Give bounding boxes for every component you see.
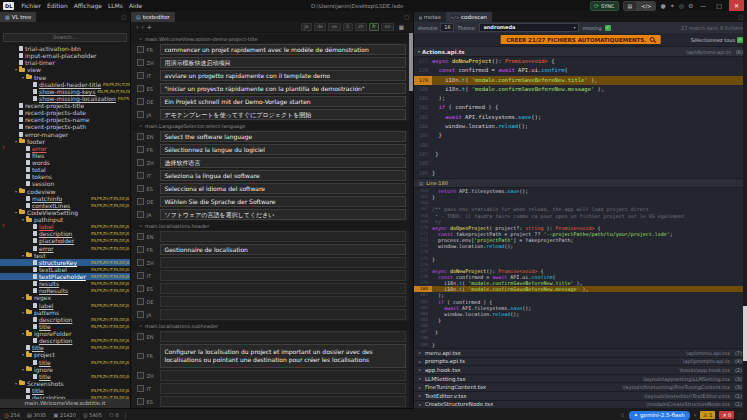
code-line-186[interactable]: 186 [414, 141, 747, 150]
tree-item-recent-projects-date[interactable]: recent-projects-date [0, 109, 130, 116]
tree-item-trial-activation-btn[interactable]: trial-activation-btn [0, 45, 130, 52]
row-checkbox[interactable] [137, 372, 144, 379]
translation-cell[interactable]: Ein Projekt schnell mit der Demo-Vorlage… [160, 96, 407, 107]
section-header[interactable]: ▸main.localisations.subheader [131, 321, 413, 330]
menu-aide[interactable]: Aide [126, 2, 145, 9]
translation-cell[interactable]: avviare un progetto rapidamente con il t… [160, 70, 407, 81]
tree-item-label[interactable]: ?labelEN,FR,ZH,IT,ES,DE,JA [0, 223, 130, 230]
nav-forward-button[interactable]: › [141, 22, 143, 32]
translation-cell[interactable] [160, 270, 407, 281]
code-line-178[interactable]: 178 const confirmed = await API.ui.confi… [414, 66, 747, 75]
translation-cell[interactable]: 选择软件语言 [160, 157, 407, 168]
row-checkbox[interactable] [137, 198, 144, 205]
tree-item-regex[interactable]: ▾regex [0, 294, 130, 301]
section-header[interactable]: ▸main.WelcomeView.option-demo-project-ti… [131, 34, 413, 43]
tree-item-CodeViewSetting[interactable]: ▾CodeViewSetting [0, 209, 130, 216]
row-checkbox[interactable] [137, 46, 144, 53]
expand-count-input[interactable]: 16 [440, 23, 454, 32]
code-line-177[interactable]: 177async doNewProject(): Promise<void> { [414, 57, 747, 66]
minimize-button[interactable]: — [697, 2, 709, 9]
editor-scrollbar-thumb[interactable] [409, 33, 413, 91]
tree-item-description[interactable]: descriptionEN,FR,ZH,IT,ES,DE,JA [0, 230, 130, 237]
menu-fichier[interactable]: Fichier [18, 2, 44, 9]
editor-scrollbar[interactable] [409, 32, 413, 408]
row-checkbox[interactable] [137, 259, 144, 266]
file-row-LLMSetting.tsx[interactable]: ▸LLMSetting.tsx\layouts\appsetting\LLMSe… [414, 375, 747, 384]
translation-cell[interactable] [160, 383, 407, 394]
code-line-189[interactable]: 189} [414, 342, 747, 348]
tree-item-ignoreFolder[interactable]: ▾ignoreFolder [0, 330, 130, 337]
translation-cell[interactable]: Configurer la localisation du project et… [160, 344, 407, 368]
translation-cell[interactable] [160, 283, 407, 294]
translation-cell[interactable] [160, 257, 407, 268]
row-checkbox[interactable] [137, 233, 144, 240]
tree-item-structureKey[interactable]: structureKeyEN,FR,ZH,IT,ES,DE,JA [0, 259, 130, 266]
sync-button[interactable]: ⟳ SYNC [590, 1, 619, 11]
translation-cell[interactable]: commencer un projet rapidement avec le m… [160, 44, 407, 55]
lang-filter-en[interactable]: en [381, 23, 394, 31]
tree-item-recent-projects-path[interactable]: recent-projects-path [0, 123, 130, 130]
tree-item-recent-projects-title[interactable]: recent-projects-title [0, 102, 130, 109]
code-line-181[interactable]: 181 ); [414, 94, 747, 103]
file-row-app.hook.tsx[interactable]: ▸app.hook.tsx\hooks\app.hook.tsx(2) [414, 366, 747, 375]
section-header[interactable]: ▸main.LanguageSelector.select-language [131, 121, 413, 130]
file-row-TextEditor.v.tsx[interactable]: ▸TextEditor.v.tsx\layouts\texteditor\Tex… [414, 392, 747, 401]
tree-item-show-missing-localization[interactable]: show-missing-localizationEN,FR,ZH,IT,ES,… [0, 95, 130, 102]
tree-item-title[interactable]: titleEN,FR,ZH,IT,ES,DE,JA [0, 323, 130, 330]
row-checkbox[interactable] [137, 59, 144, 66]
row-checkbox[interactable] [137, 333, 144, 340]
row-checkbox[interactable] [137, 159, 144, 166]
code-line-180[interactable]: 180 i18n.t( 'modale.confirmSaveBeforeNew… [414, 85, 747, 94]
maximize-button[interactable]: □ [713, 2, 725, 9]
row-checkbox[interactable] [137, 133, 144, 140]
tree-item-textLabel[interactable]: textLabelEN,FR,ZH,IT,ES,DE,JA [0, 266, 130, 273]
tree-item-title[interactable]: titleEN,FR,ZH,IT,ES,DE,JA [0, 344, 130, 351]
tree-item-error-manager[interactable]: error-manager [0, 131, 130, 138]
close-button[interactable]: ✕ [729, 0, 744, 11]
tree-item-ignore[interactable]: ▾ignore [0, 366, 130, 373]
code-line-182[interactable]: 182 if ( confirmed ) { [414, 103, 747, 112]
translation-cell[interactable]: 用演示模板快速启动项目 [160, 57, 407, 68]
tab-texteditor[interactable]: ▤ texteditor [131, 12, 175, 22]
menu-llms[interactable]: LLMs [105, 2, 126, 9]
codescan-scrollbar-thumb[interactable] [743, 306, 747, 361]
translation-cell[interactable]: Wählen Sie die Sprache der Software [160, 196, 407, 207]
tree-item-files[interactable]: files [0, 152, 130, 159]
file-row-FineTuningContent.tsx[interactable]: ▸FineTuningContent.tsx\layouts\finetunni… [414, 383, 747, 392]
target-icon[interactable]: ◎ [679, 0, 684, 11]
row-checkbox[interactable] [137, 111, 144, 118]
translation-cell[interactable]: Seleziona la lingua del software [160, 170, 407, 181]
tree-item-project[interactable]: ▾project [0, 351, 130, 358]
code-view-toggle-icon[interactable]: </> [636, 2, 655, 10]
tree-item-footer[interactable]: ▾footer [0, 138, 130, 145]
file-row-prompts.api.ts[interactable]: ▸prompts.api.ts\api\prompts.api.ts(4) [414, 358, 747, 367]
lang-filter-zh[interactable]: zh [355, 23, 367, 31]
tree-item-placeholder[interactable]: placeholderEN,FR,ZH,IT,ES,DE,JA [0, 237, 130, 244]
record-icon[interactable]: ● [660, 0, 665, 11]
tree-item-Screenshots[interactable]: ▾Screenshots [0, 380, 130, 387]
tree-view-toggle-icon[interactable]: ▤ [624, 2, 637, 10]
add-button[interactable]: + [147, 22, 152, 32]
tree-item-trial-timer[interactable]: trial-timer [0, 59, 130, 66]
section-header[interactable]: ▸main.localisations.header [131, 221, 413, 230]
tree-item-patterns[interactable]: ▾patterns [0, 309, 130, 316]
lang-filter-fr[interactable]: fr [369, 23, 379, 31]
translation-cell[interactable]: Select the software language [160, 131, 407, 142]
menu-affichage[interactable]: Affichage [71, 2, 105, 9]
translation-cell[interactable]: Selecciona el idioma del software [160, 183, 407, 194]
row-checkbox[interactable] [137, 211, 144, 218]
row-checkbox[interactable] [137, 311, 144, 318]
settings-gear-icon[interactable]: ⚙ [688, 0, 693, 11]
lang-filter-ja[interactable]: ja [301, 23, 312, 31]
translation-cell[interactable]: Gestionnaire de localisation [160, 244, 407, 255]
translation-cell[interactable] [160, 331, 407, 342]
tree-item-show-missing-keys[interactable]: show-missing-keysEN,FR,ZH,IT,ES,DE,JA [0, 88, 130, 95]
row-checkbox[interactable] [137, 246, 144, 253]
tree-item-error[interactable]: errorEN,FR,ZH,IT,ES,DE,JA [0, 245, 130, 252]
translation-cell[interactable]: "iniciar un proyecto rápidamente con la … [160, 83, 407, 94]
search-input[interactable] [3, 33, 127, 42]
panel-popout-icon[interactable]: □ [734, 14, 747, 20]
code-line-179[interactable]: 179 i18n.t( 'modale.confirmSaveBeforeNew… [414, 76, 747, 85]
theme-select[interactable]: andromeda ▾ [479, 23, 579, 32]
lang-filter-it[interactable]: it [343, 23, 353, 31]
